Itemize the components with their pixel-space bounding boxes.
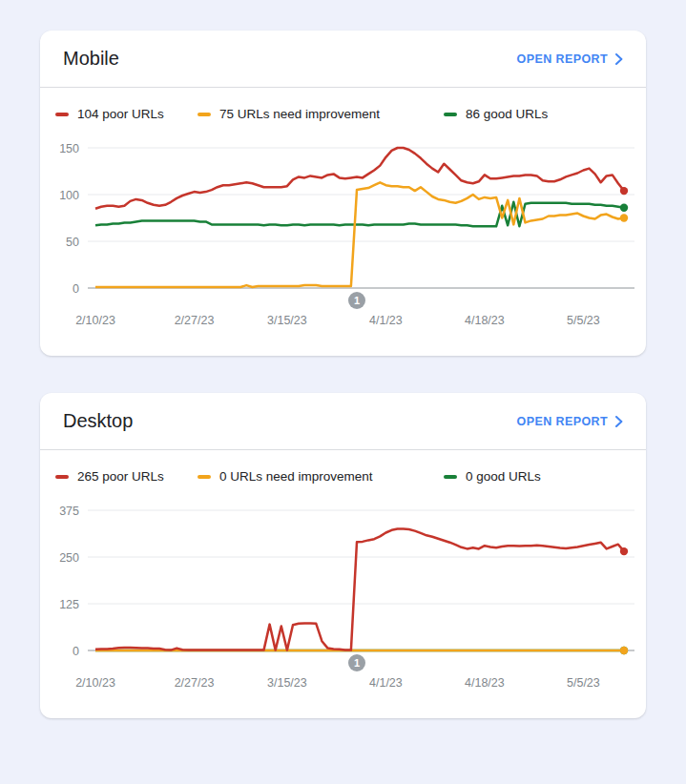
need-improvement-dash-icon (197, 113, 211, 116)
annotation-marker[interactable]: 1 (348, 292, 365, 309)
svg-text:2/10/23: 2/10/23 (75, 314, 115, 327)
svg-text:4/1/23: 4/1/23 (369, 676, 403, 690)
legend-label-good: 86 good URLs (466, 107, 548, 121)
card-title-mobile: Mobile (63, 48, 119, 70)
legend-label-poor: 104 poor URLs (77, 107, 164, 121)
svg-text:5/5/23: 5/5/23 (567, 314, 600, 327)
svg-text:5/5/23: 5/5/23 (567, 676, 600, 690)
mobile-card-header: Mobile OPEN REPORT (40, 31, 646, 88)
card-title-desktop: Desktop (63, 410, 133, 432)
svg-text:375: 375 (59, 505, 79, 518)
svg-text:2/10/23: 2/10/23 (75, 676, 115, 690)
desktop-card: Desktop OPEN REPORT 265 poor URLs 0 URLs… (40, 393, 646, 718)
poor-urls-dash-icon (55, 113, 69, 116)
svg-text:50: 50 (66, 236, 79, 249)
open-report-link-desktop[interactable]: OPEN REPORT (517, 415, 623, 428)
legend-label-need-improvement: 0 URLs need improvement (219, 469, 373, 484)
svg-text:150: 150 (59, 142, 79, 155)
svg-text:0: 0 (73, 282, 79, 296)
legend-item-good: 86 good URLs (444, 107, 548, 121)
legend-item-good: 0 good URLs (444, 469, 541, 484)
mobile-chart[interactable]: 0501001502/10/232/27/233/15/234/1/234/18… (40, 131, 646, 333)
legend-label-poor: 265 poor URLs (77, 469, 164, 484)
svg-text:2/27/23: 2/27/23 (175, 676, 215, 690)
legend-item-poor: 104 poor URLs (55, 107, 197, 121)
need-improvement-dash-icon (197, 475, 211, 479)
svg-text:100: 100 (59, 189, 79, 202)
open-report-label: OPEN REPORT (517, 415, 608, 428)
open-report-link-mobile[interactable]: OPEN REPORT (517, 52, 623, 66)
desktop-card-header: Desktop OPEN REPORT (40, 393, 646, 450)
svg-text:1: 1 (354, 295, 360, 306)
svg-text:4/1/23: 4/1/23 (369, 314, 403, 327)
mobile-legend: 104 poor URLs 75 URLs need improvement 8… (40, 88, 646, 125)
legend-label-good: 0 good URLs (466, 469, 541, 484)
svg-text:0: 0 (73, 645, 79, 658)
legend-item-poor: 265 poor URLs (55, 469, 197, 484)
good-urls-dash-icon (444, 475, 457, 479)
svg-text:4/18/23: 4/18/23 (465, 676, 505, 690)
desktop-chart[interactable]: 01252503752/10/232/27/233/15/234/1/234/1… (40, 493, 646, 695)
svg-text:3/15/23: 3/15/23 (267, 314, 307, 327)
svg-text:1: 1 (354, 657, 360, 669)
open-report-label: OPEN REPORT (517, 52, 608, 66)
legend-item-need-improvement: 75 URLs need improvement (197, 107, 444, 121)
svg-text:125: 125 (59, 598, 79, 611)
legend-item-need-improvement: 0 URLs need improvement (197, 469, 444, 484)
svg-text:2/27/23: 2/27/23 (175, 314, 215, 327)
core-web-vitals-page: Mobile OPEN REPORT 104 poor URLs 75 URLs… (0, 0, 686, 747)
mobile-card: Mobile OPEN REPORT 104 poor URLs 75 URLs… (40, 31, 646, 356)
svg-text:4/18/23: 4/18/23 (465, 314, 505, 327)
legend-label-need-improvement: 75 URLs need improvement (219, 107, 380, 121)
annotation-marker[interactable]: 1 (348, 654, 365, 671)
chevron-right-icon (614, 53, 623, 65)
chevron-right-icon (614, 416, 623, 427)
svg-text:250: 250 (59, 551, 79, 565)
desktop-legend: 265 poor URLs 0 URLs need improvement 0 … (40, 450, 646, 487)
svg-text:3/15/23: 3/15/23 (267, 676, 307, 690)
good-urls-dash-icon (444, 113, 457, 116)
poor-urls-dash-icon (55, 475, 69, 479)
